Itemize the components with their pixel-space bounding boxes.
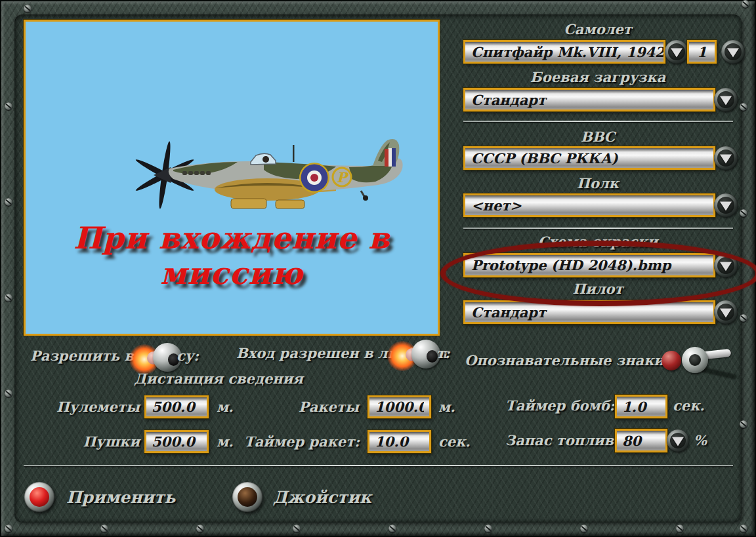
pilot-label: Пилот [463,281,732,297]
machineguns-unit: м. [217,399,234,415]
loadout-value: Стандарт [471,92,546,108]
rockets-label: Ракеты [276,399,359,415]
indicator-light-off-icon [662,351,681,370]
loadout-dropdown[interactable]: Стандарт [463,88,715,111]
regiment-label: Полк [463,175,732,191]
loadout-label: Боевая загрузка [463,69,732,85]
aircraft-count-value: 1 [697,44,707,60]
screw-icon [24,5,32,12]
raf-roundel-icon [299,163,329,193]
screw-icon [676,525,684,532]
aircraft-count-arrow-icon[interactable] [721,40,745,64]
dark-button-dome-icon [238,487,257,507]
fuel-input[interactable] [615,429,667,452]
joystick-button-label: Джойстик [273,488,371,507]
rocket-timer-label: Таймер ракет: [197,433,360,450]
skin-dropdown-arrow-icon[interactable] [714,254,738,277]
fuel-label: Запас топлива [505,432,607,448]
rockets-input[interactable] [368,395,431,418]
machineguns-input[interactable] [144,395,209,418]
screw-icon [5,198,12,206]
divider [463,121,733,122]
down-triangle-icon [720,154,732,163]
down-triangle-icon [720,308,732,317]
screw-icon [740,209,747,217]
divider [24,465,733,466]
airforce-value: СССР (ВВС РККА) [471,150,618,167]
screw-icon [5,389,12,397]
loadout-dropdown-arrow-icon[interactable] [714,88,738,111]
airforce-label: ВВС [463,129,732,145]
apply-button-label: Применить [66,488,176,507]
airforce-dropdown[interactable]: СССР (ВВС РККА) [463,146,715,170]
screw-icon [196,525,204,532]
screw-icon [293,525,301,532]
skin-value: Prototype (HD 2048).bmp [471,257,671,273]
divider [463,228,733,229]
convergence-title: Дистанция сведения [134,370,303,387]
markings-toggle-label: Опознавательные знаки: [465,352,669,368]
regiment-dropdown-arrow-icon[interactable] [714,193,738,217]
down-triangle-icon [727,48,739,57]
rocket-timer-input[interactable] [368,430,431,453]
airforce-dropdown-arrow-icon[interactable] [714,146,738,170]
screw-icon [740,525,747,532]
aircraft-preview-panel: P При вхождение в миссию [24,20,440,336]
aircraft-dropdown[interactable]: Спитфайр Mk.VIII, 1942 [463,40,665,64]
regiment-value: <нет> [471,197,522,214]
cannons-label: Пушки [39,433,140,450]
screw-icon [5,102,12,110]
down-triangle-icon [672,437,684,446]
screw-icon [580,525,588,532]
aircraft-label: Самолет [463,21,732,37]
screw-icon [5,294,12,302]
mission-aircraft-settings-screen: P При вхождение в миссию Самолет Спитфай… [0,0,756,537]
screw-icon [100,525,108,532]
screw-icon [388,525,396,532]
screw-icon [740,314,747,322]
skin-label: Схема окраски [463,233,732,250]
screw-icon [740,103,747,111]
rocket-timer-unit: сек. [438,433,471,450]
pilot-dropdown[interactable]: Стандарт [463,300,715,324]
markings-toggle-switch[interactable] [660,346,739,380]
down-triangle-icon [720,96,732,105]
bomb-timer-label: Таймер бомб: [505,397,607,414]
pilot-icon [262,156,269,163]
screw-icon [742,0,749,8]
screw-icon [740,420,747,428]
joystick-button[interactable] [232,482,262,512]
rockets-unit: м. [438,399,455,415]
entry-toggle-label-end: су: [177,348,199,364]
machineguns-label: Пулеметы [39,399,140,415]
pilot-dropdown-arrow-icon[interactable] [714,300,738,324]
fuel-unit: % [694,432,707,448]
toggle-base-icon [682,347,708,373]
fuel-stepper-arrow-icon[interactable] [667,429,689,452]
aircraft-value: Спитфайр Mk.VIII, 1942 [471,44,665,60]
bomb-timer-input[interactable] [615,395,667,418]
fin-flash-icon [385,148,396,167]
down-triangle-icon [720,201,732,210]
aircraft-count-field[interactable]: 1 [687,40,717,64]
mission-entry-caption: При вхождение в миссию [26,220,438,291]
pilot-value: Стандарт [471,304,546,321]
entry-any-toggle-label-end: т: [436,345,450,361]
skin-dropdown[interactable]: Prototype (HD 2048).bmp [463,253,715,277]
down-triangle-icon [671,48,682,57]
screw-icon [5,525,12,532]
red-button-dome-icon [30,487,49,507]
screw-icon [484,525,492,532]
down-triangle-icon [720,262,732,271]
regiment-dropdown[interactable]: <нет> [463,193,715,217]
aircraft-dropdown-arrow-icon[interactable] [665,40,688,64]
apply-button[interactable] [24,482,54,512]
bomb-timer-unit: сек. [673,397,705,414]
aircraft-image: P [100,132,408,214]
